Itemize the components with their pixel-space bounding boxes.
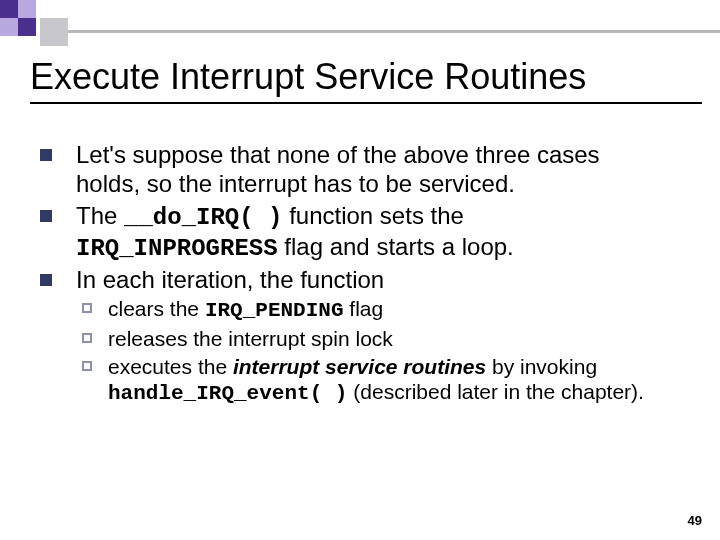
bullet-text: In each iteration, the function — [76, 266, 384, 293]
slide-header-decoration — [0, 0, 720, 46]
svg-rect-1 — [18, 0, 36, 18]
sub-bullet-item: executes the interrupt service routines … — [82, 354, 670, 407]
hollow-square-bullet-icon — [82, 303, 92, 313]
slide-body: Let's suppose that none of the above thr… — [40, 140, 670, 409]
svg-rect-5 — [68, 30, 720, 33]
bullet-text: Let's suppose that none of the above thr… — [76, 141, 600, 197]
sub-bullet-text: clears the IRQ_PENDING flag — [108, 297, 383, 320]
slide-title: Execute Interrupt Service Routines — [30, 56, 702, 104]
svg-rect-2 — [0, 18, 18, 36]
sub-bullet-list: clears the IRQ_PENDING flagreleases the … — [82, 296, 670, 406]
bullet-item: The __do_IRQ( ) function sets the IRQ_IN… — [40, 201, 670, 264]
sub-bullet-text: executes the interrupt service routines … — [108, 355, 644, 404]
square-bullet-icon — [40, 149, 52, 161]
svg-rect-4 — [40, 18, 68, 46]
bullet-item: In each iteration, the functionclears th… — [40, 265, 670, 407]
sub-bullet-text: releases the interrupt spin lock — [108, 327, 393, 350]
page-number: 49 — [688, 513, 702, 528]
sub-bullet-item: releases the interrupt spin lock — [82, 326, 670, 352]
square-bullet-icon — [40, 274, 52, 286]
svg-rect-0 — [0, 0, 18, 18]
bullet-text: The __do_IRQ( ) function sets the IRQ_IN… — [76, 202, 514, 260]
bullet-list: Let's suppose that none of the above thr… — [40, 140, 670, 407]
bullet-item: Let's suppose that none of the above thr… — [40, 140, 670, 199]
hollow-square-bullet-icon — [82, 361, 92, 371]
hollow-square-bullet-icon — [82, 333, 92, 343]
square-bullet-icon — [40, 210, 52, 222]
svg-rect-3 — [18, 18, 36, 36]
sub-bullet-item: clears the IRQ_PENDING flag — [82, 296, 670, 324]
